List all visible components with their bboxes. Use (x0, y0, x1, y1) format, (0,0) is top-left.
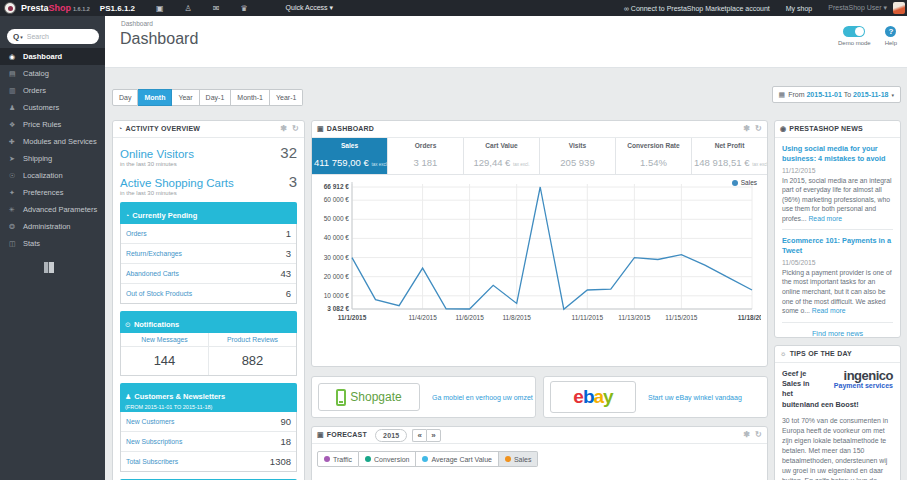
kpi-sales[interactable]: Sales411 759,00 € tax excl. (312, 138, 388, 174)
filter-day-button[interactable]: Day (112, 89, 138, 106)
collapse-menu-icon[interactable] (44, 262, 54, 273)
shopgate-link[interactable]: Ga mobiel en verhoog uw omzet (432, 394, 533, 401)
filter-month-button[interactable]: Month (138, 89, 172, 106)
date-filter-toolbar: Day Month Year Day-1 Month-1 Year-1 ▦Fro… (112, 86, 901, 103)
refresh-icon[interactable]: ↻ (755, 430, 762, 439)
tab-sales[interactable]: Sales (499, 451, 539, 467)
sidebar-item-modules[interactable]: ✚Modules and Services (0, 133, 105, 150)
search-caret-icon[interactable]: ▾ (20, 34, 23, 40)
article-title-link[interactable]: Ecommerce 101: Payments in a Tweet (782, 236, 893, 256)
new-customers-link[interactable]: New Customers (126, 418, 174, 425)
lightbulb-icon: ☼ (780, 350, 787, 357)
phone-icon (336, 389, 346, 406)
my-shop-link[interactable]: My shop (786, 5, 812, 12)
online-visitors-link[interactable]: Online Visitors (120, 148, 194, 160)
mail-icon[interactable]: ✉ (213, 4, 220, 13)
svg-text:66 912 €: 66 912 € (324, 183, 350, 190)
sidebar-item-localization[interactable]: ☉Localization (0, 167, 105, 184)
kpi-orders[interactable]: Orders3 181 (388, 138, 464, 174)
quick-access-menu[interactable]: Quick Access ▾ (286, 4, 333, 12)
kpi-conversion-rate[interactable]: Conversion Rate1.54% (616, 138, 692, 174)
page-title: Dashboard (120, 30, 198, 48)
out-of-stock-link[interactable]: Out of Stock Products (126, 290, 192, 297)
refresh-icon[interactable]: ↻ (755, 124, 762, 133)
search-icon[interactable]: Q (13, 32, 19, 41)
ebay-logo[interactable]: ebay (550, 381, 636, 413)
svg-text:40 000 €: 40 000 € (324, 234, 350, 241)
clock-icon: ◔ (118, 125, 122, 132)
marketplace-link[interactable]: ∞ Connect to PrestaShop Marketplace acco… (624, 5, 770, 12)
active-carts-link[interactable]: Active Shopping Carts (120, 177, 234, 189)
preferences-icon: ✦ (9, 189, 23, 197)
search-input[interactable] (27, 33, 82, 40)
gear-icon[interactable]: ✱ (743, 124, 750, 133)
prestashop-logo[interactable] (4, 2, 16, 14)
active-carts-value: 3 (289, 173, 297, 190)
forecast-year-badge[interactable]: 2015 (375, 429, 407, 442)
read-more-link[interactable]: Read more (808, 215, 842, 222)
sales-dot-icon (505, 456, 511, 462)
user-menu[interactable]: PrestaShop User ▾ (828, 4, 887, 12)
returns-link[interactable]: Return/Exchanges (126, 250, 182, 257)
kpi-strip: Sales411 759,00 € tax excl. Orders3 181 … (312, 138, 767, 175)
total-subscribers-link[interactable]: Total Subscribers (126, 458, 178, 465)
sidebar-item-customers[interactable]: ♟Customers (0, 99, 105, 116)
gear-icon[interactable]: ✱ (743, 430, 750, 439)
abandoned-carts-link[interactable]: Abandoned Carts (126, 270, 179, 277)
ebay-link[interactable]: Start uw eBay winkel vandaag (648, 394, 742, 401)
orders-link[interactable]: Orders (126, 230, 147, 237)
product-reviews-link[interactable]: Product Reviews (209, 333, 296, 347)
chart-legend[interactable]: Sales (732, 179, 757, 186)
article-excerpt: In 2015, social media are an integral pa… (782, 176, 893, 224)
previous-year-button[interactable]: « (412, 429, 426, 442)
filter-day-1-button[interactable]: Day-1 (200, 89, 232, 106)
person-icon[interactable]: ♙ (185, 4, 192, 13)
help-icon[interactable]: ? (885, 26, 896, 37)
filter-month-1-button[interactable]: Month-1 (231, 89, 270, 106)
sidebar-item-orders[interactable]: ▥Orders (0, 82, 105, 99)
sidebar-item-advanced-parameters[interactable]: ✳Advanced Parameters (0, 201, 105, 218)
date-range-picker[interactable]: ▦From 2015-11-01 To 2015-11-18▾ (772, 86, 901, 103)
gear-icon[interactable]: ✱ (280, 124, 287, 133)
divider (782, 229, 893, 230)
article-title-link[interactable]: Using social media for your business: 4 … (782, 144, 893, 164)
demo-mode-toggle[interactable] (843, 26, 865, 37)
kpi-net-profit[interactable]: Net Profit148 918,51 € tax excl. (692, 138, 767, 174)
kpi-cart-value[interactable]: Cart Value129,44 € tax excl. (464, 138, 540, 174)
sidebar-item-price-rules[interactable]: ❖Price Rules (0, 116, 105, 133)
trophy-icon[interactable]: ♛ (240, 4, 247, 13)
administration-icon: ❂ (9, 223, 23, 231)
cart-icon[interactable]: ▣ (156, 4, 164, 13)
localization-icon: ☉ (9, 172, 23, 180)
tab-conversion[interactable]: Conversion (359, 451, 416, 467)
sidebar-item-preferences[interactable]: ✦Preferences (0, 184, 105, 201)
new-subscriptions-link[interactable]: New Subscriptions (126, 438, 182, 445)
sidebar-item-dashboard[interactable]: ◉Dashboard (0, 48, 105, 65)
kpi-visits[interactable]: Visits205 939 (540, 138, 616, 174)
read-more-link[interactable]: Read more (812, 307, 846, 314)
new-messages-link[interactable]: New Messages (121, 333, 208, 347)
dashboard-panel: ▣DASHBOARD ✱↻ Sales411 759,00 € tax excl… (311, 120, 768, 367)
svg-text:3 082 €: 3 082 € (327, 305, 349, 312)
breadcrumb[interactable]: Dashboard (121, 20, 153, 27)
svg-text:11/1/2015: 11/1/2015 (338, 314, 367, 321)
sidebar-item-shipping[interactable]: ➤Shipping (0, 150, 105, 167)
tab-traffic[interactable]: Traffic (317, 451, 359, 467)
shopgate-logo[interactable]: Shopgate (318, 383, 420, 411)
from-date: 2015-11-01 (806, 91, 841, 98)
brand-version: 1.6.1.2 (73, 6, 90, 12)
svg-text:10 000 €: 10 000 € (324, 292, 350, 299)
refresh-icon[interactable]: ↻ (292, 124, 299, 133)
filter-year-1-button[interactable]: Year-1 (270, 89, 303, 106)
sidebar-item-stats[interactable]: ◫Stats (0, 235, 105, 252)
next-year-button[interactable]: » (426, 429, 441, 442)
conversion-dot-icon (365, 456, 371, 462)
avatar[interactable] (893, 2, 905, 14)
find-more-news-link[interactable]: Find more news (782, 329, 893, 338)
filter-year-button[interactable]: Year (172, 89, 199, 106)
tab-average-cart-value[interactable]: Average Cart Value (416, 451, 498, 467)
sidebar-item-catalog[interactable]: ▤Catalog (0, 65, 105, 82)
ingenico-logo[interactable]: ingenico Payment services (823, 369, 893, 390)
sidebar-item-administration[interactable]: ❂Administration (0, 218, 105, 235)
cart-icon: ▣ (317, 431, 324, 438)
